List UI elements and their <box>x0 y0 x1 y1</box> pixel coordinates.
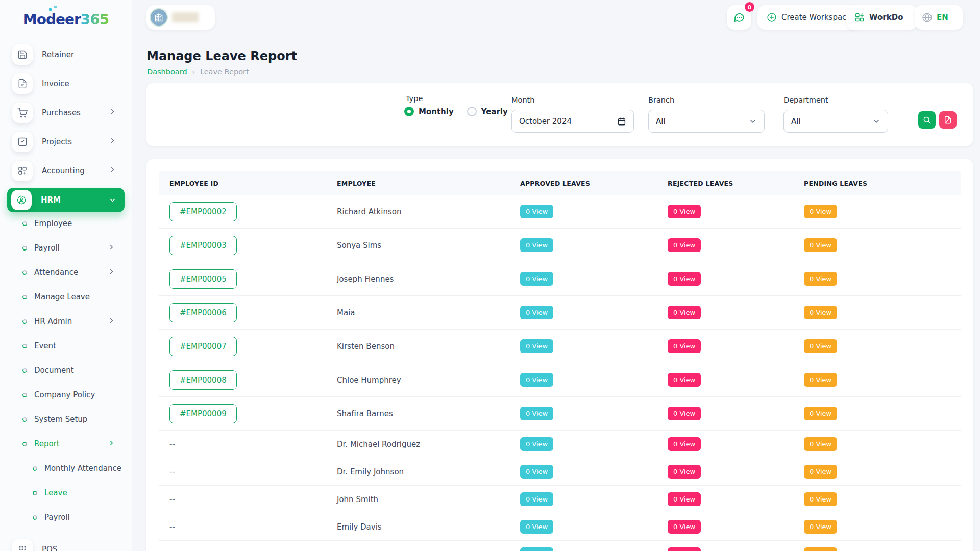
globe-icon <box>922 12 933 23</box>
approved-leaves-cell: 0 View <box>509 465 657 479</box>
approved-leaves-badge[interactable]: 0 View <box>520 238 553 252</box>
pending-leaves-badge[interactable]: 0 View <box>804 272 837 286</box>
department-select[interactable]: All <box>783 110 888 133</box>
sidebar-item-purchases[interactable]: Purchases <box>0 98 132 127</box>
approved-leaves-badge[interactable]: 0 View <box>520 547 553 551</box>
chevron-down-icon <box>872 117 880 126</box>
pending-leaves-badge[interactable]: 0 View <box>804 492 837 506</box>
pending-leaves-badge[interactable]: 0 View <box>804 407 837 420</box>
approved-leaves-badge[interactable]: 0 View <box>520 339 553 353</box>
rejected-leaves-badge[interactable]: 0 View <box>668 238 701 252</box>
employee-name-cell: Dr. Emily Johnson <box>326 467 509 477</box>
pending-leaves-cell: 0 View <box>793 520 961 534</box>
pending-leaves-badge[interactable]: 0 View <box>804 465 837 479</box>
submenu-bullet-icon <box>22 441 28 446</box>
rejected-leaves-badge[interactable]: 0 View <box>668 492 701 506</box>
workdo-label: WorkDo <box>869 13 903 22</box>
workspace-selector[interactable] <box>146 5 215 30</box>
sidebar-subitem-attendance[interactable]: Attendance <box>0 260 132 285</box>
pending-leaves-badge[interactable]: 0 View <box>804 520 837 534</box>
submenu-bullet-icon <box>32 490 38 495</box>
accounting-icon-box <box>12 161 33 181</box>
approved-leaves-badge[interactable]: 0 View <box>520 373 553 387</box>
pending-leaves-badge[interactable]: 0 View <box>804 306 837 319</box>
rejected-leaves-cell: 0 View <box>657 465 793 479</box>
rejected-leaves-badge[interactable]: 0 View <box>668 547 701 551</box>
reset-filter-button[interactable] <box>939 111 957 129</box>
approved-leaves-cell: 0 View <box>509 547 657 551</box>
employee-id-chip[interactable]: #EMP00003 <box>169 236 237 255</box>
rejected-leaves-badge[interactable]: 0 View <box>668 205 701 218</box>
pending-leaves-badge[interactable]: 0 View <box>804 437 837 451</box>
messenger-button[interactable]: 0 <box>727 5 751 30</box>
pending-leaves-badge[interactable]: 0 View <box>804 339 837 353</box>
apply-filter-button[interactable] <box>918 111 936 129</box>
rejected-leaves-badge[interactable]: 0 View <box>668 520 701 534</box>
month-input[interactable]: October 2024 <box>511 110 634 133</box>
employee-id-cell: -- <box>159 467 326 477</box>
approved-leaves-badge[interactable]: 0 View <box>520 205 553 218</box>
sidebar-item-retainer[interactable]: Retainer <box>0 40 132 69</box>
sidebar-subitem-leave[interactable]: Leave <box>0 481 132 505</box>
language-selector[interactable]: EN <box>915 5 963 30</box>
month-label: Month <box>511 96 534 104</box>
sidebar-item-projects[interactable]: Projects <box>0 127 132 156</box>
sidebar-subitem-manage-leave[interactable]: Manage Leave <box>0 285 132 309</box>
pending-leaves-badge[interactable]: 0 View <box>804 238 837 252</box>
retainer-icon-box <box>12 44 33 65</box>
rejected-leaves-badge[interactable]: 0 View <box>668 407 701 420</box>
approved-leaves-badge[interactable]: 0 View <box>520 520 553 534</box>
submenu-bullet-icon <box>32 465 38 471</box>
rejected-leaves-badge[interactable]: 0 View <box>668 339 701 353</box>
employee-id-chip[interactable]: #EMP00006 <box>169 303 237 322</box>
approved-leaves-badge[interactable]: 0 View <box>520 272 553 286</box>
employee-name-cell: John Smith <box>326 495 509 504</box>
type-radio-group: Monthly Yearly <box>404 107 508 116</box>
radio-yearly[interactable]: Yearly <box>467 107 508 116</box>
sidebar-subitem-company-policy[interactable]: Company Policy <box>0 383 132 407</box>
rejected-leaves-badge[interactable]: 0 View <box>668 437 701 451</box>
sidebar-subitem-employee[interactable]: Employee <box>0 211 132 236</box>
sidebar-subitem-monthly-attendance[interactable]: Monthly Attendance <box>0 456 132 481</box>
sidebar-item-hrm[interactable]: HRM <box>7 188 125 212</box>
chevron-right-icon <box>108 268 115 278</box>
branch-select[interactable]: All <box>648 110 765 133</box>
rejected-leaves-cell: 0 View <box>657 306 793 319</box>
approved-leaves-badge[interactable]: 0 View <box>520 492 553 506</box>
sidebar-subitem-payroll[interactable]: Payroll <box>0 505 132 530</box>
employee-id-chip[interactable]: #EMP00009 <box>169 404 237 423</box>
sidebar-item-accounting[interactable]: Accounting <box>0 156 132 185</box>
employee-id-cell: #EMP00005 <box>159 269 326 289</box>
rejected-leaves-badge[interactable]: 0 View <box>668 373 701 387</box>
employee-id-chip[interactable]: #EMP00002 <box>169 202 237 221</box>
create-workspace-button[interactable]: Create Workspace <box>757 5 861 30</box>
sidebar-subitem-report[interactable]: Report <box>0 432 132 456</box>
sidebar-subitem-system-setup[interactable]: System Setup <box>0 407 132 432</box>
approved-leaves-badge[interactable]: 0 View <box>520 407 553 420</box>
sidebar-subitem-payroll[interactable]: Payroll <box>0 236 132 260</box>
pending-leaves-badge[interactable]: 0 View <box>804 373 837 387</box>
sidebar-item-invoice[interactable]: Invoice <box>0 69 132 98</box>
rejected-leaves-badge[interactable]: 0 View <box>668 272 701 286</box>
sidebar-subitem-event[interactable]: Event <box>0 334 132 358</box>
workdo-menu-button[interactable]: WorkDo <box>846 5 918 30</box>
pending-leaves-cell: 0 View <box>793 492 961 506</box>
rejected-leaves-badge[interactable]: 0 View <box>668 306 701 319</box>
approved-leaves-badge[interactable]: 0 View <box>520 306 553 319</box>
sidebar-subitem-hr-admin[interactable]: HR Admin <box>0 309 132 334</box>
page-title: Manage Leave Report <box>146 49 297 63</box>
approved-leaves-cell: 0 View <box>509 407 657 420</box>
brand-logo[interactable]: Modeer365 <box>0 11 132 28</box>
employee-id-chip[interactable]: #EMP00007 <box>169 337 237 356</box>
pending-leaves-badge[interactable]: 0 View <box>804 205 837 218</box>
approved-leaves-badge[interactable]: 0 View <box>520 465 553 479</box>
radio-monthly[interactable]: Monthly <box>404 107 454 116</box>
sidebar-item-pos[interactable]: POS <box>0 535 57 551</box>
rejected-leaves-badge[interactable]: 0 View <box>668 465 701 479</box>
sidebar-subitem-document[interactable]: Document <box>0 358 132 383</box>
pending-leaves-badge[interactable]: 0 View <box>804 547 837 551</box>
approved-leaves-badge[interactable]: 0 View <box>520 437 553 451</box>
employee-id-chip[interactable]: #EMP00005 <box>169 269 237 289</box>
breadcrumb-dashboard-link[interactable]: Dashboard <box>147 68 187 76</box>
employee-id-chip[interactable]: #EMP00008 <box>169 370 237 390</box>
